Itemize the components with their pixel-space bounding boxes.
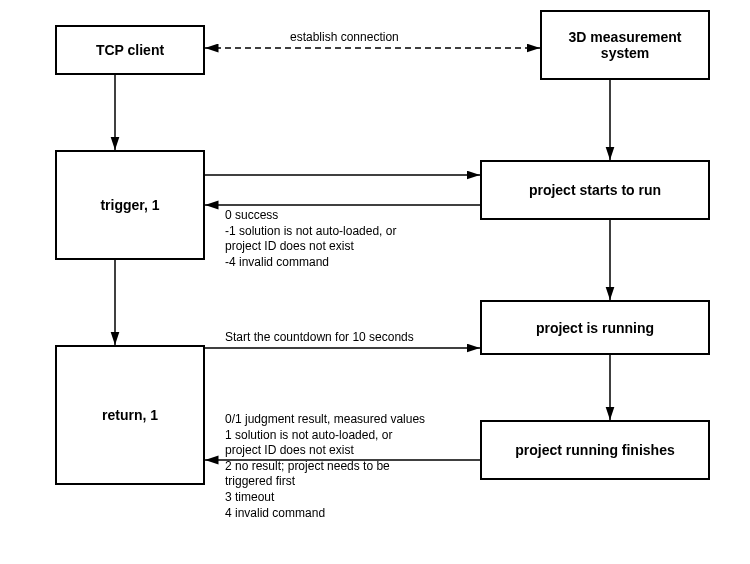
label-establish-connection: establish connection	[290, 30, 399, 46]
label-trigger-response: 0 success -1 solution is not auto-loaded…	[225, 208, 396, 270]
box-trigger: trigger, 1	[55, 150, 205, 260]
box-label: 3D measurement system	[546, 29, 704, 61]
box-label: TCP client	[96, 42, 164, 58]
box-project-running: project is running	[480, 300, 710, 355]
box-label: project running finishes	[515, 442, 674, 458]
box-label: return, 1	[102, 407, 158, 423]
box-label: trigger, 1	[100, 197, 159, 213]
label-countdown: Start the countdown for 10 seconds	[225, 330, 414, 346]
box-project-starts: project starts to run	[480, 160, 710, 220]
box-label: project starts to run	[529, 182, 661, 198]
box-return: return, 1	[55, 345, 205, 485]
box-3d-system: 3D measurement system	[540, 10, 710, 80]
box-project-finishes: project running finishes	[480, 420, 710, 480]
box-label: project is running	[536, 320, 654, 336]
box-tcp-client: TCP client	[55, 25, 205, 75]
label-return-response: 0/1 judgment result, measured values 1 s…	[225, 412, 425, 521]
